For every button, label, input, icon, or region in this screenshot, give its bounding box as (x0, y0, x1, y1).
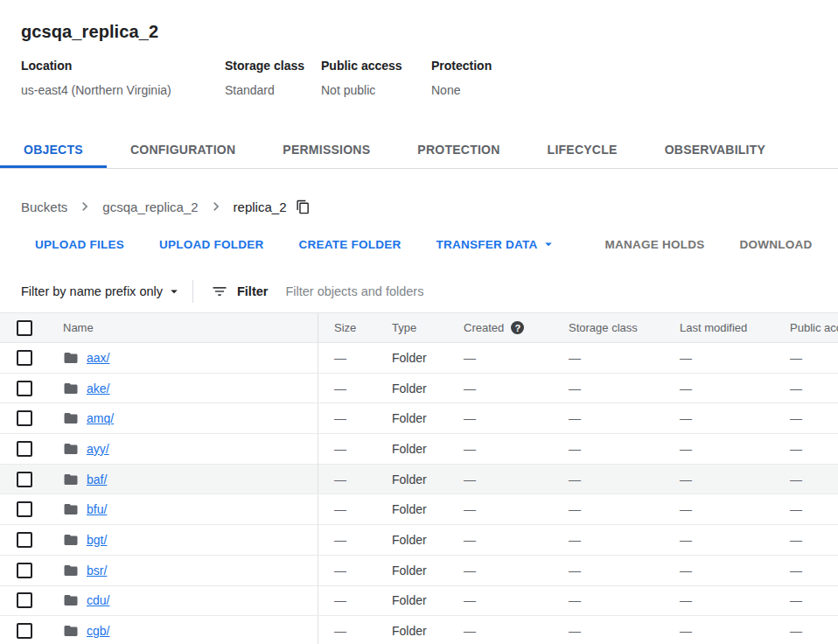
cell-type: Folder (392, 382, 464, 396)
row-checkbox[interactable] (17, 501, 32, 517)
tab-objects[interactable]: OBJECTS (0, 131, 107, 168)
folder-link[interactable]: bsr/ (87, 564, 107, 578)
tab-bar: OBJECTS CONFIGURATION PERMISSIONS PROTEC… (0, 131, 838, 169)
cell-created: — (464, 502, 569, 516)
cell-storage-class: — (569, 502, 680, 516)
download-button[interactable]: DOWNLOAD (726, 228, 827, 260)
tab-protection[interactable]: PROTECTION (394, 131, 523, 168)
cell-created: — (464, 411, 569, 425)
transfer-data-button[interactable]: TRANSFER DATA (422, 228, 570, 260)
cell-size: — (318, 374, 392, 403)
cell-created: — (464, 593, 569, 607)
table-row: aax/ — Folder — — — — (0, 343, 838, 374)
cell-storage-class: — (569, 411, 680, 425)
column-header-size: Size (318, 313, 392, 342)
copy-path-button[interactable] (296, 200, 311, 214)
upload-files-button[interactable]: UPLOAD FILES (21, 228, 138, 260)
folder-link[interactable]: ake/ (87, 382, 109, 396)
folder-link[interactable]: cdu/ (87, 593, 109, 607)
cell-public-access: — (790, 351, 838, 365)
cell-type: Folder (392, 624, 464, 638)
table-row: ayy/ — Folder — — — — (0, 434, 838, 465)
cell-last-modified: — (680, 382, 790, 396)
cell-size: — (318, 343, 392, 373)
cell-storage-class: — (569, 351, 680, 365)
cell-public-access: — (790, 593, 838, 607)
tab-configuration[interactable]: CONFIGURATION (107, 131, 259, 168)
create-folder-button[interactable]: CREATE FOLDER (285, 228, 416, 260)
folder-icon (63, 410, 79, 426)
row-checkbox[interactable] (17, 563, 32, 578)
cell-public-access: — (790, 533, 838, 547)
manage-holds-button[interactable]: MANAGE HOLDS (591, 228, 719, 260)
folder-icon (63, 563, 79, 578)
content-copy-icon (296, 200, 311, 214)
meta-label: Public access (321, 59, 431, 73)
help-icon[interactable]: ? (511, 321, 524, 334)
bucket-meta: Location us-east4 (Northern Virginia) St… (21, 59, 817, 97)
cell-last-modified: — (680, 442, 790, 456)
row-checkbox[interactable] (17, 532, 32, 548)
cell-type: Folder (392, 593, 464, 607)
filter-objects-input[interactable] (283, 284, 838, 299)
folder-link[interactable]: amq/ (87, 411, 114, 425)
tab-lifecycle[interactable]: LIFECYCLE (524, 131, 641, 168)
folder-link[interactable]: bfu/ (87, 502, 107, 516)
folder-link[interactable]: aax/ (87, 351, 109, 365)
tab-permissions[interactable]: PERMISSIONS (259, 131, 394, 168)
breadcrumb-buckets-link[interactable]: Buckets (21, 200, 67, 214)
cell-created: — (464, 533, 569, 547)
page-header: gcsqa_replica_2 Location us-east4 (North… (0, 0, 838, 97)
folder-icon (63, 350, 79, 366)
delete-button[interactable]: DELETE (834, 228, 838, 260)
meta-value: Not public (321, 83, 431, 97)
cell-public-access: — (790, 382, 838, 396)
meta-value: us-east4 (Northern Virginia) (21, 83, 225, 97)
arrow-drop-down-icon (166, 284, 182, 299)
column-header-last-modified: Last modified (680, 321, 790, 334)
breadcrumb: Buckets gcsqa_replica_2 replica_2 (21, 198, 838, 215)
filter-label: Filter (237, 284, 268, 298)
column-header-type: Type (392, 321, 464, 334)
folder-link[interactable]: ayy/ (87, 442, 109, 456)
cell-storage-class: — (569, 472, 680, 486)
row-checkbox[interactable] (17, 592, 32, 608)
table-row: amq/ — Folder — — — — (0, 403, 838, 434)
breadcrumb-bucket-name-link[interactable]: gcsqa_replica_2 (102, 200, 198, 214)
objects-table: Name Size Type Created ? Storage class L… (0, 312, 838, 644)
cell-storage-class: — (569, 624, 680, 638)
cell-public-access: — (790, 564, 838, 578)
upload-folder-button[interactable]: UPLOAD FOLDER (145, 228, 278, 260)
cell-type: Folder (392, 564, 464, 578)
table-body: aax/ — Folder — — — — ake/ — Folder — — (0, 343, 838, 644)
filter-list-icon (211, 283, 228, 300)
table-row: bgt/ — Folder — — — — (0, 525, 838, 556)
filter-mode-selector[interactable]: Filter by name prefix only (21, 284, 182, 299)
folder-link[interactable]: cgb/ (87, 624, 109, 638)
cell-size: — (318, 556, 392, 585)
folder-link[interactable]: bgt/ (87, 533, 107, 547)
column-header-name: Name (49, 321, 318, 334)
cell-last-modified: — (680, 411, 790, 425)
cell-storage-class: — (569, 593, 680, 607)
row-checkbox[interactable] (17, 381, 32, 396)
arrow-drop-down-icon (541, 236, 556, 252)
cell-created: — (464, 624, 569, 638)
cell-public-access: — (790, 624, 838, 638)
row-checkbox[interactable] (17, 350, 32, 366)
table-row: cgb/ — Folder — — — — (0, 616, 838, 644)
row-checkbox[interactable] (17, 472, 32, 487)
cell-size: — (318, 586, 392, 616)
table-header-row: Name Size Type Created ? Storage class L… (0, 312, 838, 343)
folder-link[interactable]: baf/ (87, 472, 107, 486)
select-all-checkbox[interactable] (17, 320, 32, 336)
object-actions-toolbar: UPLOAD FILES UPLOAD FOLDER CREATE FOLDER… (21, 228, 838, 260)
page-title: gcsqa_replica_2 (21, 21, 817, 42)
row-checkbox[interactable] (17, 623, 32, 639)
row-checkbox[interactable] (17, 441, 32, 457)
cell-size: — (318, 525, 392, 555)
cell-created: — (464, 351, 569, 365)
row-checkbox[interactable] (17, 410, 32, 426)
tab-observability[interactable]: OBSERVABILITY (641, 131, 790, 168)
filter-mode-label: Filter by name prefix only (21, 284, 163, 298)
